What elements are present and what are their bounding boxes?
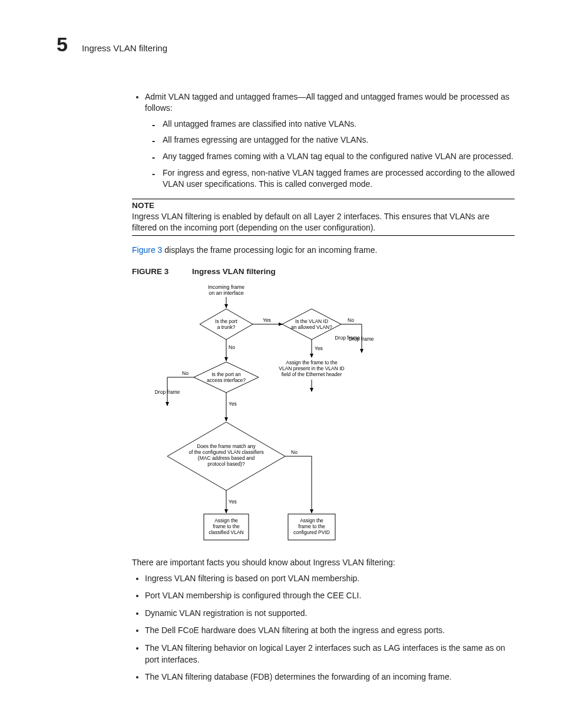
svg-text:frame to the: frame to the [298,523,325,529]
note-label: NOTE [132,201,515,210]
figure-title: Ingress VLAN filtering [192,267,276,276]
divider [132,235,515,236]
facts-list: Ingress VLAN filtering is based on port … [132,573,515,683]
svg-text:Yes: Yes [315,345,323,351]
list-item: All frames egressing are untagged for th… [163,134,515,146]
note-block: NOTE Ingress VLAN filtering is enabled b… [132,199,515,236]
list-item: For ingress and egress, non-native VLAN … [163,167,515,190]
bullet-intro-text: Admit VLAN tagged and untagged frames—Al… [145,92,510,113]
svg-text:Assign the: Assign the [300,518,323,523]
svg-text:classified VLAN: classified VLAN [209,529,244,535]
page-title: Ingress VLAN filtering [82,43,167,53]
diagram-start-text: on an interface [209,290,244,296]
svg-text:Is the VLAN ID: Is the VLAN ID [295,318,328,324]
svg-text:No: No [182,370,189,376]
svg-text:frame to the: frame to the [213,523,240,529]
figure-caption: FIGURE 3 Ingress VLAN filtering [132,267,515,276]
list-item: Any tagged frames coming with a VLAN tag… [163,151,515,163]
list-item: Dynamic VLAN registration is not support… [145,608,515,620]
chapter-number: 5 [57,33,68,56]
svg-text:Yes: Yes [229,499,237,505]
svg-text:No: No [291,449,297,455]
list-item: The VLAN filtering database (FDB) determ… [145,671,515,683]
svg-text:No: No [229,344,235,350]
sub-bullet-list: All untagged frames are classified into … [145,118,515,190]
flowchart-diagram: Incoming frame on an interface Is the po… [150,282,515,546]
svg-text:of the configured VLAN classif: of the configured VLAN classifiers [189,449,264,455]
list-item: The Dell FCoE hardware does VLAN filteri… [145,625,515,637]
svg-text:Does the frame match any: Does the frame match any [197,443,256,449]
figure-ref-rest: displays the frame processing logic for … [162,245,377,255]
facts-intro: There are important facts you should kno… [132,558,515,567]
svg-text:access interface?: access interface? [207,377,246,383]
svg-text:No: No [348,317,354,323]
svg-text:Is the port an: Is the port an [211,371,241,377]
svg-text:Assign the: Assign the [214,518,238,523]
svg-text:Yes: Yes [263,317,271,323]
svg-text:(MAC address based and: (MAC address based and [198,455,255,461]
list-item: Port VLAN membership is configured throu… [145,590,515,602]
svg-text:an allowed VLAN?: an allowed VLAN? [291,324,332,330]
diagram-start-text: Incoming frame [208,284,244,290]
svg-text:a trunk?: a trunk? [217,324,236,330]
list-item: Admit VLAN tagged and untagged frames—Al… [145,91,515,190]
figure-reference-paragraph: Figure 3 displays the frame processing l… [132,245,515,256]
divider [132,199,515,200]
list-item: Ingress VLAN filtering is based on port … [145,573,515,585]
page-header: 5 Ingress VLAN filtering [57,33,515,56]
svg-text:field of the Ethernet header: field of the Ethernet header [282,371,342,377]
main-content: Admit VLAN tagged and untagged frames—Al… [132,91,515,683]
top-bullet-list: Admit VLAN tagged and untagged frames—Al… [132,91,515,190]
list-item: All untagged frames are classified into … [163,118,515,130]
svg-text:configured PVID: configured PVID [293,529,330,535]
note-text: Ingress VLAN filtering is enabled by def… [132,211,515,234]
drop-frame-label: Drop frame [155,389,180,395]
svg-text:VLAN present in the VLAN ID: VLAN present in the VLAN ID [279,365,345,371]
list-item: The VLAN filtering behavior on logical L… [145,643,515,666]
svg-text:Assign the frame to the: Assign the frame to the [286,360,338,365]
figure-label: FIGURE 3 [132,267,168,276]
svg-text:protocol based)?: protocol based)? [207,461,245,467]
svg-text:Is the port: Is the port [215,318,237,324]
svg-text:Yes: Yes [229,401,237,407]
figure-link[interactable]: Figure 3 [132,245,162,255]
drop-frame-label: Drop frame [349,336,374,342]
